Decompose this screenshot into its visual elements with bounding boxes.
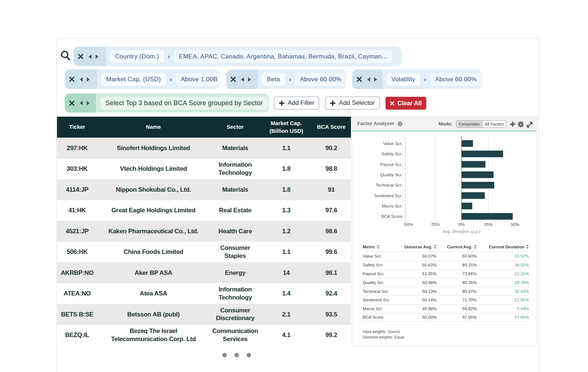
svg-text:Safety Scr.: Safety Scr. — [381, 151, 402, 156]
svg-text:Sentiment Scr.: Sentiment Scr. — [374, 193, 402, 198]
svg-text:-50%: -50% — [403, 222, 413, 227]
svg-text:50%: 50% — [511, 222, 520, 227]
svg-text:Technical Scr.: Technical Scr. — [376, 183, 402, 188]
svg-text:25%: 25% — [484, 222, 493, 227]
svg-text:?: ? — [399, 122, 401, 126]
svg-text:-25%: -25% — [430, 222, 440, 227]
svg-text:Quality Scr.: Quality Scr. — [380, 172, 402, 177]
svg-text:Avg. Deviation (p.p.): Avg. Deviation (p.p.) — [443, 229, 480, 234]
svg-text:Value Scr.: Value Scr. — [383, 141, 402, 146]
svg-text:Payout Scr.: Payout Scr. — [380, 162, 402, 167]
svg-text:0%: 0% — [458, 222, 465, 227]
svg-text:BCA Score: BCA Score — [381, 214, 402, 219]
svg-text:Macro Scr.: Macro Scr. — [382, 203, 402, 209]
